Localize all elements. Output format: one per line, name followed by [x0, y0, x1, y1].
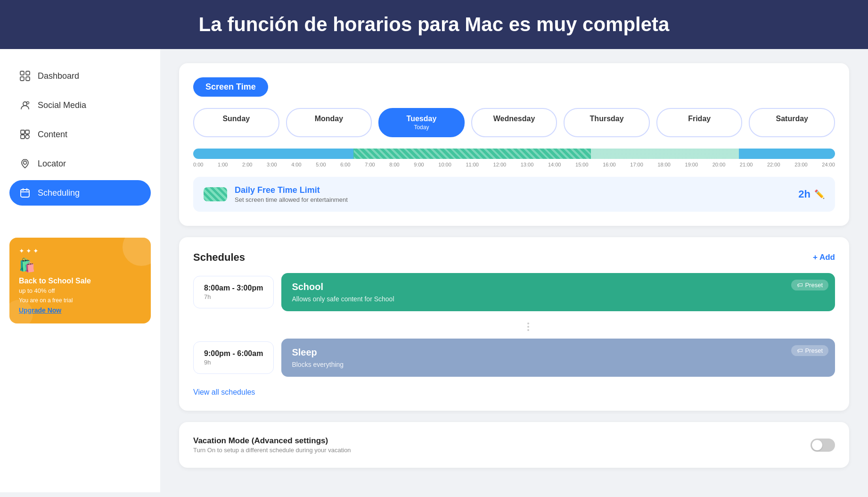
scheduling-icon [19, 187, 31, 199]
schedule-name: School [292, 282, 825, 292]
schedule-name: Sleep [292, 347, 825, 358]
promo-trial: You are on a free trial [19, 297, 141, 304]
promo-card: ✦ ✦ ✦ 🛍️ Back to School Sale up to 40% o… [9, 238, 151, 323]
sidebar-item-label: Locator [38, 159, 66, 169]
schedule-description: Allows only safe content for School [292, 295, 825, 303]
promo-stars: ✦ ✦ ✦ [19, 247, 141, 255]
sidebar-item-social-media[interactable]: Social Media [9, 92, 151, 118]
day-btn-monday[interactable]: Monday [286, 108, 372, 137]
vacation-title: Vacation Mode (Advanced settings) [193, 436, 351, 446]
free-time-title: Daily Free Time Limit [235, 185, 791, 195]
free-time-row: Daily Free Time Limit Set screen time al… [193, 177, 835, 212]
edit-icon[interactable]: ✏️ [814, 189, 825, 199]
sidebar-item-locator[interactable]: Locator [9, 151, 151, 176]
sidebar-item-label: Scheduling [38, 188, 80, 198]
schedules-card: Schedules + Add 8:00am - 3:00pm 7h Schoo… [179, 237, 849, 411]
promo-upgrade[interactable]: Upgrade Now [19, 306, 141, 314]
sidebar-item-label: Dashboard [38, 71, 79, 81]
timeline-labels: 0:00 1:00 2:00 3:00 4:00 5:00 6:00 7:00 … [193, 162, 835, 167]
schedule-time-sleep: 9:00pm - 6:00am 9h [193, 341, 274, 374]
svg-rect-3 [26, 77, 30, 81]
svg-point-9 [25, 135, 29, 139]
locator-icon [19, 157, 31, 170]
schedule-time-school: 8:00am - 3:00pm 7h [193, 276, 274, 308]
sidebar-item-dashboard[interactable]: Dashboard [9, 63, 151, 89]
svg-rect-0 [20, 71, 24, 75]
preset-badge-school: 🏷 Preset [791, 280, 828, 290]
sidebar-item-scheduling[interactable]: Scheduling [9, 180, 151, 206]
screen-time-card: Screen Time Sunday Monday Tuesday Today … [179, 63, 849, 226]
sidebar-item-label: Content [38, 130, 67, 140]
main-layout: Dashboard Social Media Co [0, 49, 868, 492]
time-dots [221, 319, 835, 335]
schedule-time-text: 8:00am - 3:00pm [204, 284, 263, 292]
day-btn-tuesday[interactable]: Tuesday Today [378, 108, 465, 137]
day-btn-saturday[interactable]: Saturday [749, 108, 835, 137]
free-time-icon [204, 187, 227, 201]
day-buttons: Sunday Monday Tuesday Today Wednesday Th… [193, 108, 835, 137]
schedule-duration: 9h [204, 359, 263, 366]
free-time-text: Daily Free Time Limit Set screen time al… [235, 185, 791, 203]
vacation-row: Vacation Mode (Advanced settings) Turn O… [193, 436, 835, 454]
day-btn-sunday[interactable]: Sunday [193, 108, 279, 137]
day-btn-wednesday[interactable]: Wednesday [471, 108, 557, 137]
promo-bag-icon: 🛍️ [19, 257, 141, 273]
timeline-striped [354, 149, 591, 159]
schedules-header: Schedules + Add [193, 251, 835, 264]
svg-point-10 [24, 161, 27, 165]
sidebar-item-label: Social Media [38, 100, 86, 110]
banner-text: La función de horarios para Mac es muy c… [199, 13, 670, 35]
svg-point-5 [27, 102, 29, 104]
content-area: Screen Time Sunday Monday Tuesday Today … [160, 49, 868, 492]
promo-discount: up to 40% off [19, 287, 141, 294]
schedule-row-sleep: 9:00pm - 6:00am 9h Sleep Blocks everythi… [193, 339, 835, 377]
vacation-sub: Turn On to setup a different schedule du… [193, 447, 351, 454]
sidebar-item-content[interactable]: Content [9, 122, 151, 147]
content-icon [19, 128, 31, 141]
day-btn-friday[interactable]: Friday [656, 108, 743, 137]
svg-rect-11 [21, 190, 29, 197]
top-banner: La función de horarios para Mac es muy c… [0, 0, 868, 49]
schedule-description: Blocks everything [292, 361, 825, 368]
vacation-text: Vacation Mode (Advanced settings) Turn O… [193, 436, 351, 454]
vacation-toggle[interactable] [811, 439, 835, 452]
schedule-card-sleep[interactable]: Sleep Blocks everything 🏷 Preset [281, 339, 835, 377]
day-btn-thursday[interactable]: Thursday [564, 108, 650, 137]
schedule-row-school: 8:00am - 3:00pm 7h School Allows only sa… [193, 273, 835, 311]
schedule-duration: 7h [204, 293, 263, 300]
free-time-value: 2h ✏️ [798, 188, 825, 200]
schedule-card-school[interactable]: School Allows only safe content for Scho… [281, 273, 835, 311]
schedule-time-text: 9:00pm - 6:00am [204, 349, 263, 358]
timeline-container: 0:00 1:00 2:00 3:00 4:00 5:00 6:00 7:00 … [193, 149, 835, 167]
screen-time-tab[interactable]: Screen Time [193, 77, 268, 97]
promo-title: Back to School Sale [19, 277, 141, 285]
view-all-schedules-link[interactable]: View all schedules [193, 388, 255, 397]
svg-rect-8 [21, 135, 25, 139]
preset-icon: 🏷 [797, 347, 803, 354]
sidebar: Dashboard Social Media Co [0, 49, 160, 492]
svg-rect-2 [20, 77, 24, 81]
svg-rect-6 [21, 130, 25, 134]
preset-badge-sleep: 🏷 Preset [791, 345, 828, 356]
svg-point-4 [23, 102, 27, 106]
free-time-sub: Set screen time allowed for entertainmen… [235, 196, 791, 203]
dashboard-icon [19, 70, 31, 82]
schedules-title: Schedules [193, 251, 245, 264]
preset-icon: 🏷 [797, 282, 803, 289]
svg-rect-7 [25, 130, 29, 134]
svg-rect-1 [26, 71, 30, 75]
add-schedule-button[interactable]: + Add [813, 253, 835, 262]
timeline-bar [193, 149, 835, 159]
vacation-card: Vacation Mode (Advanced settings) Turn O… [179, 422, 849, 468]
social-media-icon [19, 99, 31, 111]
